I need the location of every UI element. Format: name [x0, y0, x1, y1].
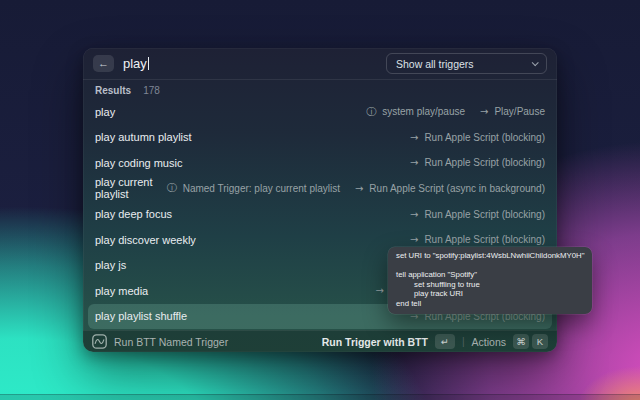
action-label: Run Apple Script (async in background) — [369, 183, 545, 194]
info-text: system play/pause — [382, 106, 465, 117]
results-label: Results — [95, 85, 131, 96]
row-meta: →Run Apple Script (blocking) — [410, 132, 545, 143]
key-badge: K — [532, 334, 548, 349]
row-label: play js — [95, 259, 126, 271]
footer-actions: Run Trigger with BTT ↵ | Actions ⌘K — [322, 334, 548, 349]
arrow-right-icon: → — [376, 285, 384, 296]
run-trigger-button[interactable]: Run Trigger with BTT — [322, 336, 428, 348]
row-meta: →Run Apple Script (blocking) — [410, 209, 545, 220]
back-button[interactable]: ← — [93, 55, 114, 72]
results-header: Results 178 — [83, 80, 557, 99]
arrow-right-icon: → — [480, 106, 488, 117]
list-item[interactable]: playⓘsystem play/pause→Play/Pause — [83, 99, 557, 125]
footer-divider: | — [462, 336, 465, 347]
action-label: Run Apple Script (blocking) — [424, 157, 545, 168]
arrow-right-icon: → — [410, 132, 418, 143]
info-icon: ⓘ — [167, 181, 177, 195]
search-bar: ← play Show all triggers — [83, 48, 557, 80]
tooltip-line: set shuffling to true — [396, 280, 584, 290]
arrow-left-icon: ← — [98, 58, 109, 69]
row-meta: →Run Apple Script (blocking) — [410, 157, 545, 168]
row-meta: ⓘsystem play/pause→Play/Pause — [366, 105, 545, 119]
action-label: Run Apple Script (blocking) — [424, 209, 545, 220]
context-label: Run BTT Named Trigger — [114, 336, 228, 348]
list-item[interactable]: play coding music→Run Apple Script (bloc… — [83, 150, 557, 176]
arrow-right-icon: → — [410, 234, 418, 245]
arrow-right-icon: → — [410, 157, 418, 168]
row-label: play playlist shuffle — [95, 310, 187, 322]
action-label: Run Apple Script (blocking) — [424, 234, 545, 245]
script-preview-tooltip: set URI to "spotify:playlist:4WsbLNwhiiC… — [388, 247, 592, 314]
screen-bottom-edge — [0, 394, 640, 400]
chevron-down-icon — [532, 59, 539, 66]
list-item[interactable]: play autumn playlist→Run Apple Script (b… — [83, 125, 557, 151]
search-input[interactable]: play — [123, 56, 149, 71]
info-icon: ⓘ — [366, 105, 376, 119]
row-meta: ⓘNamed Trigger: play current playlist→Ru… — [167, 181, 545, 195]
tooltip-line — [396, 261, 584, 271]
tooltip-line: tell application "Spotify" — [396, 270, 584, 280]
text-caret — [148, 57, 150, 70]
list-item[interactable]: play deep focus→Run Apple Script (blocki… — [83, 201, 557, 227]
arrow-right-icon: → — [410, 209, 418, 220]
tooltip-lines: set URI to "spotify:playlist:4WsbLNwhiiC… — [396, 251, 584, 309]
dropdown-label: Show all triggers — [396, 58, 474, 70]
actions-button[interactable]: Actions — [472, 336, 506, 348]
list-item[interactable]: play current playlistⓘNamed Trigger: pla… — [83, 176, 557, 202]
arrow-right-icon: → — [355, 183, 363, 194]
row-label: play discover weekly — [95, 234, 196, 246]
search-query: play — [123, 56, 147, 71]
row-label: play current playlist — [95, 176, 167, 200]
row-label: play deep focus — [95, 208, 172, 220]
footer-keys: ⌘K — [513, 334, 548, 349]
enter-key-badge: ↵ — [435, 334, 455, 349]
trigger-filter-dropdown[interactable]: Show all triggers — [386, 53, 547, 74]
results-count: 178 — [143, 85, 160, 96]
info-text: Named Trigger: play current playlist — [183, 183, 340, 194]
tooltip-line: set URI to "spotify:playlist:4WsbLNwhiiC… — [396, 251, 584, 261]
row-label: play coding music — [95, 157, 182, 169]
tooltip-line: play track URI — [396, 289, 584, 299]
footer-bar: Run BTT Named Trigger Run Trigger with B… — [83, 330, 557, 352]
action-label: Play/Pause — [494, 106, 545, 117]
row-meta: →Run Apple Script (blocking) — [410, 234, 545, 245]
btt-logo-icon — [92, 334, 107, 349]
row-label: play media — [95, 285, 148, 297]
action-label: Run Apple Script (blocking) — [424, 132, 545, 143]
key-badge: ⌘ — [513, 334, 529, 349]
row-label: play autumn playlist — [95, 131, 192, 143]
tooltip-line: end tell — [396, 299, 584, 309]
row-label: play — [95, 106, 115, 118]
